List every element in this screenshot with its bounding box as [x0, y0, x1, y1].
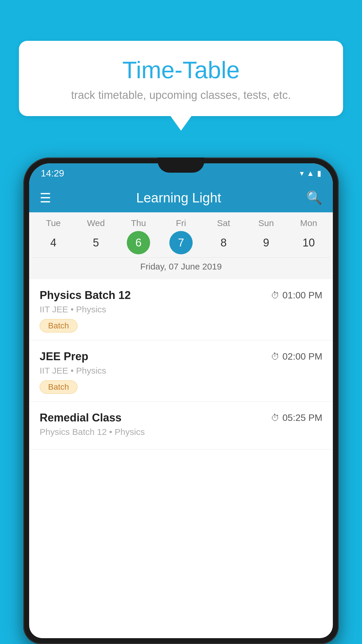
schedule-item-time: ⏱01:00 PM — [271, 290, 322, 301]
schedule-item-header: JEE Prep⏱02:00 PM — [40, 350, 322, 363]
speech-bubble-container: Time-Table track timetable, upcoming cla… — [19, 41, 343, 131]
phone-screen: 14:29 ▾ ▲ ▮ ☰ Learning Light 🔍 Tue4Wed5T… — [29, 163, 333, 638]
day-col-sat[interactable]: Sat8 — [205, 218, 242, 254]
signal-icon: ▲ — [307, 169, 314, 178]
week-days-header: Tue4Wed5Thu6Fri7Sat8Sun9Mon10 — [32, 218, 330, 254]
day-name: Wed — [87, 218, 105, 228]
app-title: Learning Light — [60, 190, 298, 206]
day-col-tue[interactable]: Tue4 — [34, 218, 72, 254]
schedule-item-sub: IIT JEE • Physics — [40, 304, 322, 314]
speech-bubble-subtitle: track timetable, upcoming classes, tests… — [36, 89, 326, 102]
speech-bubble: Time-Table track timetable, upcoming cla… — [19, 41, 343, 116]
day-col-fri[interactable]: Fri7 — [162, 218, 200, 254]
search-icon[interactable]: 🔍 — [306, 190, 322, 205]
week-calendar: Tue4Wed5Thu6Fri7Sat8Sun9Mon10 Friday, 07… — [29, 212, 333, 279]
app-toolbar: ☰ Learning Light 🔍 — [29, 183, 333, 212]
phone-notch — [158, 158, 204, 173]
day-col-sun[interactable]: Sun9 — [247, 218, 285, 254]
schedule-list: Physics Batch 12⏱01:00 PMIIT JEE • Physi… — [29, 279, 333, 449]
day-col-mon[interactable]: Mon10 — [290, 218, 328, 254]
schedule-item-name: JEE Prep — [40, 350, 88, 363]
battery-icon: ▮ — [317, 169, 321, 178]
clock-icon: ⏱ — [271, 290, 280, 300]
schedule-item-time: ⏱02:00 PM — [271, 351, 322, 362]
schedule-item-time: ⏱05:25 PM — [271, 412, 322, 423]
time-text: 01:00 PM — [282, 290, 322, 301]
status-icons: ▾ ▲ ▮ — [300, 169, 321, 178]
clock-icon: ⏱ — [271, 413, 280, 423]
speech-bubble-tail — [171, 116, 191, 131]
day-name: Tue — [46, 218, 61, 228]
schedule-item[interactable]: Remedial Class⏱05:25 PMPhysics Batch 12 … — [29, 402, 333, 449]
time-text: 02:00 PM — [282, 351, 322, 362]
schedule-item-sub: Physics Batch 12 • Physics — [40, 427, 322, 437]
schedule-item-sub: IIT JEE • Physics — [40, 366, 322, 376]
wifi-icon: ▾ — [300, 169, 304, 178]
phone-outer: 14:29 ▾ ▲ ▮ ☰ Learning Light 🔍 Tue4Wed5T… — [23, 158, 339, 644]
schedule-item[interactable]: Physics Batch 12⏱01:00 PMIIT JEE • Physi… — [29, 279, 333, 340]
day-number[interactable]: 8 — [212, 231, 235, 254]
day-name: Fri — [176, 218, 186, 228]
time-text: 05:25 PM — [282, 412, 322, 423]
status-time: 14:29 — [41, 168, 64, 179]
schedule-item-header: Remedial Class⏱05:25 PM — [40, 412, 322, 424]
schedule-item[interactable]: JEE Prep⏱02:00 PMIIT JEE • PhysicsBatch — [29, 340, 333, 402]
schedule-item-name: Remedial Class — [40, 412, 122, 424]
menu-icon[interactable]: ☰ — [40, 190, 51, 205]
schedule-item-header: Physics Batch 12⏱01:00 PM — [40, 289, 322, 302]
batch-badge: Batch — [40, 319, 78, 332]
day-col-thu[interactable]: Thu6 — [120, 218, 157, 254]
batch-badge: Batch — [40, 380, 78, 394]
day-number[interactable]: 5 — [84, 231, 108, 254]
day-number[interactable]: 4 — [42, 231, 65, 254]
day-name: Mon — [300, 218, 317, 228]
day-name: Sat — [217, 218, 230, 228]
day-name: Sun — [258, 218, 274, 228]
day-number[interactable]: 6 — [127, 231, 150, 254]
schedule-item-name: Physics Batch 12 — [40, 289, 131, 302]
day-number[interactable]: 7 — [169, 231, 193, 254]
clock-icon: ⏱ — [271, 352, 280, 362]
day-number[interactable]: 10 — [297, 231, 320, 254]
speech-bubble-title: Time-Table — [36, 57, 326, 83]
day-number[interactable]: 9 — [254, 231, 278, 254]
day-name: Thu — [131, 218, 146, 228]
current-date-label: Friday, 07 June 2019 — [32, 257, 330, 276]
day-col-wed[interactable]: Wed5 — [77, 218, 115, 254]
phone-frame: 14:29 ▾ ▲ ▮ ☰ Learning Light 🔍 Tue4Wed5T… — [23, 158, 339, 644]
